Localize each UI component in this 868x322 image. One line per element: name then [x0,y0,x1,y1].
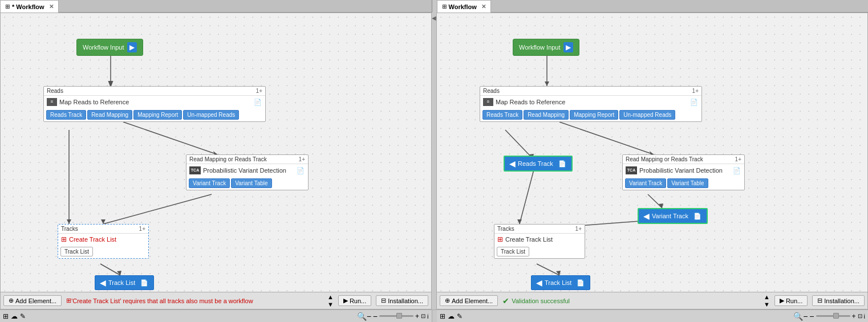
svg-line-13 [559,122,654,154]
svg-line-11 [505,130,533,158]
left-zoom-handle[interactable] [396,313,402,319]
svg-line-15 [520,170,534,224]
left-scroll-down[interactable]: ▼ [327,301,334,308]
right-run-icon: ▶ [780,297,784,304]
left-install-btn[interactable]: ⊟ Installation... [376,295,428,306]
left-create-track-node: Tracks 1+ ⊞ Create Track List Track List [58,224,149,259]
left-scroll-hint[interactable]: ▲ ▼ [327,294,334,308]
tab-divider [432,0,437,13]
right-output-doc[interactable]: 📄 [576,278,585,287]
left-zoom-plus[interactable]: + [415,312,419,320]
right-zoom-slider[interactable] [816,315,850,317]
right-scroll-up[interactable]: ▲ [764,294,770,300]
svg-marker-22 [556,271,561,275]
right-zoom-handle[interactable] [833,313,839,319]
left-tab-close[interactable]: ✕ [49,3,54,10]
right-tab-close[interactable]: ✕ [481,3,486,10]
left-track-list-output[interactable]: ◀ Track List 📄 [95,275,154,290]
right-workflow-input[interactable]: Workflow Input ▶ [513,39,579,56]
right-wi-arrow: ▶ [563,42,573,52]
left-install-icon: ⊟ [381,297,386,304]
left-canvas[interactable]: Workflow Input ▶ Reads 1+ ≡ Map Reads to… [1,13,431,292]
right-map-reads-icon: ≡ [483,98,493,106]
right-pv-doc[interactable]: 📄 [732,166,741,175]
right-ct-ports: Track List [494,245,585,258]
right-pv-title-text: Probabilistic Variant Detection [639,167,723,174]
left-status-icon1[interactable]: ⊞ [3,312,9,320]
right-port-read-mapping[interactable]: Read Mapping [524,110,569,120]
right-status-icon1[interactable]: ⊞ [440,312,445,320]
left-zoom-minus[interactable]: 🔍− [357,312,371,321]
right-port-reads-track[interactable]: Reads Track [482,110,522,120]
left-workflow-panel: Workflow Input ▶ Reads 1+ ≡ Map Reads to… [0,13,432,309]
right-status-icon2[interactable]: ☁ [448,312,455,320]
panel-divider[interactable]: ◀ [432,13,436,309]
right-port-track-list[interactable]: Track List [497,247,529,256]
right-zoom-minus[interactable]: 🔍− [793,312,808,321]
left-port-read-mapping[interactable]: Read Mapping [87,110,132,120]
right-variant-track-output[interactable]: ◀ Variant Track 📄 [638,208,708,224]
right-scroll-down[interactable]: ▼ [764,301,770,308]
right-scroll-hint[interactable]: ▲ ▼ [764,294,770,308]
left-tab-title: * Workflow [12,3,44,10]
left-map-reads-doc[interactable]: 📄 [253,97,262,107]
right-track-list-output[interactable]: ◀ Track List 📄 [531,275,590,290]
left-scroll-up[interactable]: ▲ [327,294,334,300]
svg-marker-16 [517,219,522,224]
left-status-icon2[interactable]: ☁ [11,312,18,320]
left-zoom-controls: 🔍− − + ⊡ i [357,312,429,321]
right-reads-track-output[interactable]: ◀ Reads Track 📄 [504,156,573,172]
left-output-doc[interactable]: 📄 [140,278,149,287]
panels-container: Workflow Input ▶ Reads 1+ ≡ Map Reads to… [0,13,868,309]
left-pv-count: 1+ [299,156,305,162]
right-install-btn[interactable]: ⊟ Installation... [812,295,865,306]
right-zoom-minus2[interactable]: − [809,312,814,321]
right-vt-arrow: ◀ [643,211,650,221]
svg-marker-10 [545,81,549,86]
right-port-variant-table[interactable]: Variant Table [667,178,708,188]
right-info-btn[interactable]: i [864,313,865,320]
right-add-element-btn[interactable]: ⊕ Add Element... [440,295,498,306]
right-rt-doc[interactable]: 📄 [558,159,567,168]
left-map-reads-node: Reads 1+ ≡ Map Reads to Reference 📄 Read… [43,86,266,122]
right-run-btn[interactable]: ▶ Run... [774,295,808,306]
left-port-mapping-report[interactable]: Mapping Report [133,110,182,120]
left-workflow-input[interactable]: Workflow Input ▶ [76,39,143,56]
left-pv-title-text: Probabilistic Variant Detection [203,167,286,174]
left-info-btn[interactable]: i [427,313,428,320]
left-pv-doc[interactable]: 📄 [296,166,305,175]
right-canvas[interactable]: Workflow Input ▶ Reads 1+ ≡ Map Reads to… [437,13,867,292]
right-tab[interactable]: ⊞ Workflow ✕ [437,0,491,13]
left-port-reads-track[interactable]: Reads Track [46,110,86,120]
left-port-variant-table[interactable]: Variant Table [231,178,271,188]
left-prob-variant-node: Read Mapping or Reads Track 1+ TCA Proba… [186,154,309,190]
left-zoom-minus2[interactable]: − [373,312,378,321]
right-zoom-controls: 🔍− − + ⊡ i [793,312,865,321]
right-vt-doc[interactable]: 📄 [693,211,702,221]
right-map-reads-doc[interactable]: 📄 [689,97,699,107]
left-run-btn[interactable]: ▶ Run... [338,295,371,306]
right-validation-area: ✔ Validation successful [502,296,759,305]
left-port-track-list[interactable]: Track List [60,247,93,256]
right-port-mapping-report[interactable]: Mapping Report [570,110,618,120]
left-ct-title-row: ⊞ Create Track List [58,233,148,245]
left-pv-title-row: TCA Probabilistic Variant Detection 📄 [186,164,308,177]
left-port-unmapped[interactable]: Un-mapped Reads [183,110,239,120]
left-add-element-btn[interactable]: ⊕ Add Element... [3,295,62,306]
left-status-icon3[interactable]: ✎ [20,312,26,320]
right-zoom-plus[interactable]: + [852,312,856,320]
left-prob-variant-header: Read Mapping or Reads Track 1+ [186,155,308,164]
right-prob-variant-node: Read Mapping or Reads Track 1+ TCA Proba… [622,154,745,190]
right-validation-icon: ✔ [502,296,509,305]
right-port-unmapped[interactable]: Un-mapped Reads [619,110,675,120]
left-ct-ports: Track List [58,245,148,258]
right-status-icon3[interactable]: ✎ [457,312,463,320]
left-tab[interactable]: ⊞ * Workflow ✕ [0,0,59,13]
left-zoom-slider[interactable] [379,315,413,317]
right-pv-header-text: Read Mapping or Reads Track [626,156,703,162]
right-map-reads-count: 1+ [692,88,699,94]
left-tab-icon: ⊞ [5,3,10,10]
right-pv-ports: Variant Track Variant Table [623,177,744,190]
left-port-variant-track[interactable]: Variant Track [189,178,230,188]
right-port-variant-track[interactable]: Variant Track [625,178,666,188]
